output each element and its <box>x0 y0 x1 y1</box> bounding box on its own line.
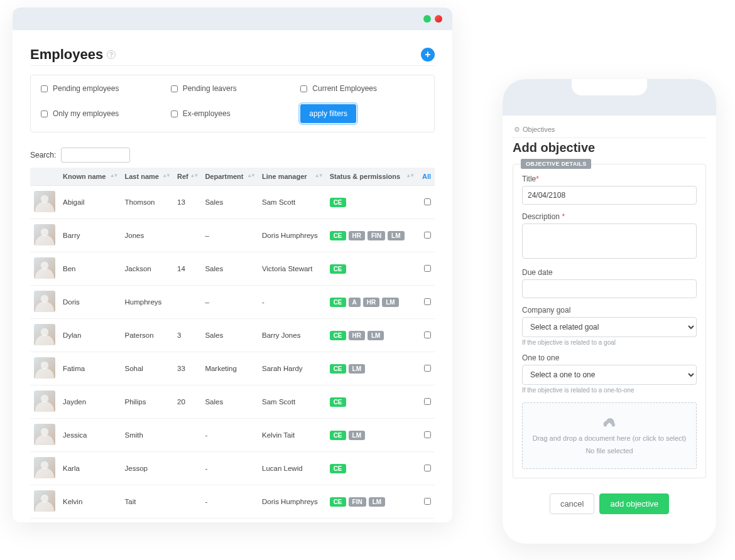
avatar <box>34 457 55 478</box>
row-checkbox[interactable] <box>424 498 431 505</box>
row-checkbox[interactable] <box>424 431 431 438</box>
search-label: Search: <box>30 151 56 159</box>
avatar <box>34 224 55 245</box>
filter-current-employees-checkbox[interactable] <box>300 85 307 92</box>
cell-last: Tait <box>121 485 174 519</box>
cell-mgr: Sarah Hardy <box>258 352 326 385</box>
filter-panel: Pending employees Pending leavers Curren… <box>30 75 435 132</box>
filter-pending-employees-label: Pending employees <box>53 84 119 93</box>
col-ref[interactable]: Ref▲▼ <box>173 168 201 186</box>
company-goal-hint: If the objective is related to a goal <box>522 339 697 346</box>
company-goal-label: Company goal <box>522 306 697 315</box>
cell-ref <box>173 452 201 485</box>
row-checkbox[interactable] <box>424 365 431 372</box>
due-date-input[interactable] <box>522 279 697 298</box>
cell-known: Jayden <box>59 385 121 419</box>
cell-mgr: Lucan Lewid <box>258 452 326 485</box>
due-date-label: Due date <box>522 268 697 277</box>
page-header: Employees ? + <box>30 46 435 66</box>
row-checkbox[interactable] <box>424 331 431 338</box>
cell-ref <box>173 286 201 319</box>
panel-legend: OBJECTIVE DETAILS <box>521 159 591 169</box>
status-badge: CE <box>330 397 346 407</box>
cell-dept: Sales <box>201 385 258 419</box>
cell-last: Jessop <box>121 452 174 485</box>
status-badge: CE <box>330 298 346 307</box>
filter-pending-leavers-checkbox[interactable] <box>171 85 178 92</box>
title-input[interactable] <box>522 186 697 205</box>
mobile-heading: Add objective <box>513 141 706 155</box>
row-checkbox[interactable] <box>424 265 431 272</box>
row-checkbox[interactable] <box>424 398 431 405</box>
company-goal-select[interactable]: Select a related goal <box>522 317 697 337</box>
row-checkbox[interactable] <box>424 232 431 239</box>
table-row[interactable]: AbigailThomson13SalesSam ScottCE <box>30 186 435 219</box>
table-row[interactable]: KarlaJessop-Lucan LewidCE <box>30 452 435 485</box>
col-department[interactable]: Department▲▼ <box>201 168 258 186</box>
cell-dept: – <box>201 219 258 252</box>
filter-only-my-employees-checkbox[interactable] <box>41 110 48 117</box>
col-select-all[interactable]: All <box>417 168 435 186</box>
cell-ref: 14 <box>173 252 201 286</box>
cell-mgr: - <box>258 286 326 319</box>
filter-ex-employees-label: Ex-employees <box>183 109 231 118</box>
cell-ref: 3 <box>173 319 201 352</box>
row-checkbox[interactable] <box>424 465 431 471</box>
table-row[interactable]: BenJackson14SalesVictoria StewartCE <box>30 252 435 286</box>
filter-ex-employees[interactable]: Ex-employees <box>171 109 295 118</box>
file-dropzone[interactable]: Drag and drop a document here (or click … <box>522 402 697 469</box>
apply-filters-button[interactable]: apply filters <box>300 104 356 123</box>
table-row[interactable]: JessicaSmith-Kelvin TaitCELM <box>30 419 435 452</box>
cell-known: Ben <box>59 252 121 286</box>
col-line-manager[interactable]: Line manager▲▼ <box>258 168 326 186</box>
filter-pending-employees[interactable]: Pending employees <box>41 84 165 93</box>
cell-dept: - <box>201 452 258 485</box>
status-badge: CE <box>330 331 346 340</box>
cell-known: Abigail <box>59 186 121 219</box>
description-input[interactable] <box>522 223 697 259</box>
col-known-name[interactable]: Known name▲▼ <box>59 168 121 186</box>
help-icon[interactable]: ? <box>107 50 116 59</box>
cell-ref <box>173 219 201 252</box>
cell-ref <box>173 419 201 452</box>
search-input[interactable] <box>61 148 130 163</box>
cell-ref <box>173 485 201 519</box>
cell-last: Jones <box>121 219 174 252</box>
filter-ex-employees-checkbox[interactable] <box>171 110 178 117</box>
col-status[interactable]: Status & permissions▲▼ <box>326 168 417 186</box>
avatar <box>34 257 55 279</box>
filter-pending-employees-checkbox[interactable] <box>41 85 48 92</box>
cell-known: Fatima <box>59 352 121 385</box>
filter-only-my-employees[interactable]: Only my employees <box>41 109 165 118</box>
filter-pending-leavers[interactable]: Pending leavers <box>171 84 295 93</box>
row-checkbox[interactable] <box>424 198 431 205</box>
filter-current-employees[interactable]: Current Employees <box>300 84 424 93</box>
cell-known: Jessica <box>59 419 121 452</box>
table-row[interactable]: DylanPaterson3SalesBarry JonesCEHRLM <box>30 319 435 352</box>
table-row[interactable]: JaydenPhilips20SalesSam ScottCE <box>30 385 435 419</box>
mobile-device: ⚙Objectives Add objective OBJECTIVE DETA… <box>503 79 716 544</box>
cell-dept: Sales <box>201 252 258 286</box>
status-badge: CE <box>330 431 346 440</box>
breadcrumb[interactable]: ⚙Objectives <box>513 126 706 138</box>
table-row[interactable]: KelvinTait-Doris HumphreysCEFINLM <box>30 485 435 519</box>
cell-last: Thomson <box>121 186 174 219</box>
status-badge: FIN <box>368 231 385 240</box>
cell-known: Doris <box>59 286 121 319</box>
table-row[interactable]: BarryJones–Doris HumphreysCEHRFINLM <box>30 219 435 252</box>
add-button[interactable]: + <box>421 48 435 62</box>
table-row[interactable]: DorisHumphreys–-CEAHRLM <box>30 286 435 319</box>
row-checkbox[interactable] <box>424 298 431 305</box>
avatar <box>34 490 55 512</box>
table-row[interactable]: FatimaSohal33MarketingSarah HardyCELM <box>30 352 435 385</box>
description-label: Description * <box>522 212 697 221</box>
status-badge: FIN <box>349 497 366 507</box>
col-last-name[interactable]: Last name▲▼ <box>121 168 174 186</box>
status-badge: CE <box>330 497 346 507</box>
cancel-button[interactable]: cancel <box>550 493 595 514</box>
title-label: Title* <box>522 175 697 183</box>
cell-dept: Sales <box>201 319 258 352</box>
cell-mgr: Kelvin Tait <box>258 419 326 452</box>
add-objective-button[interactable]: add objective <box>599 493 669 514</box>
one-to-one-select[interactable]: Select a one to one <box>522 365 697 385</box>
